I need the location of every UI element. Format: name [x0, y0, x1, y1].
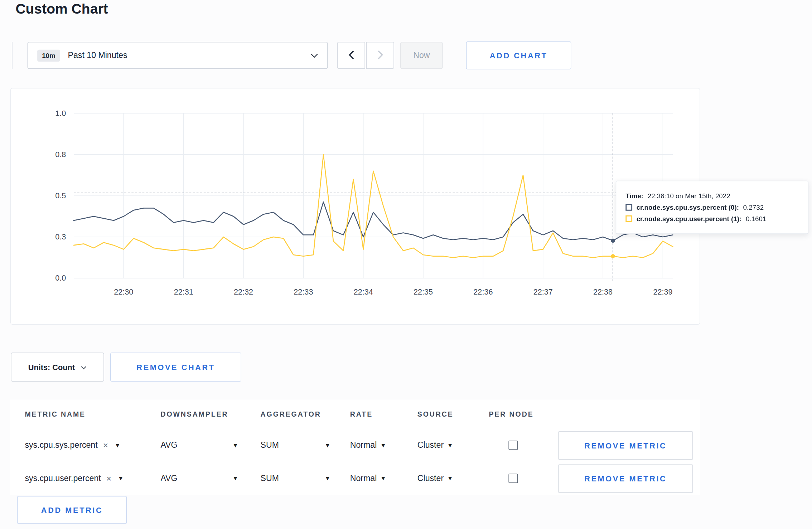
- metric-row: sys.cpu.user.percent ✕ ▼ AVG ▼ SUM ▼ Nor…: [10, 462, 700, 495]
- column-header-rate: RATE: [350, 410, 417, 418]
- svg-text:22:36: 22:36: [473, 287, 493, 296]
- caret-down-icon[interactable]: ▼: [118, 475, 124, 481]
- column-header-aggregator: AGGREGATOR: [261, 410, 350, 418]
- caret-down-icon: ▼: [233, 442, 238, 448]
- rate-select[interactable]: Normal ▼: [350, 474, 386, 483]
- toolbar: 10m Past 10 Minutes Now ADD CHART: [12, 42, 571, 69]
- per-node-checkbox[interactable]: [508, 474, 518, 483]
- remove-chart-button[interactable]: REMOVE CHART: [110, 353, 241, 382]
- source-select[interactable]: Cluster ▼: [417, 441, 453, 450]
- metric-name-select[interactable]: sys.cpu.sys.percent: [25, 441, 97, 450]
- page-title: Custom Chart: [15, 1, 108, 17]
- chart-footer: Units: Count REMOVE CHART: [11, 353, 241, 382]
- units-dropdown[interactable]: Units: Count: [11, 353, 104, 382]
- caret-down-icon: ▼: [447, 475, 453, 481]
- add-metric-button[interactable]: ADD METRIC: [17, 496, 127, 524]
- caret-down-icon: ▼: [380, 442, 386, 448]
- chevron-down-icon: [311, 53, 318, 58]
- caret-down-icon: ▼: [380, 475, 386, 481]
- svg-text:0.5: 0.5: [55, 191, 66, 200]
- user-series-swatch-icon: [625, 215, 632, 222]
- tooltip-series-label: cr.node.sys.cpu.user.percent (1):: [637, 215, 742, 223]
- metric-row: sys.cpu.sys.percent ✕ ▼ AVG ▼ SUM ▼ Norm…: [10, 429, 700, 462]
- chevron-down-icon: [81, 363, 87, 371]
- next-range-button[interactable]: [366, 42, 394, 69]
- svg-text:0.0: 0.0: [55, 273, 66, 282]
- aggregator-select[interactable]: SUM ▼: [261, 474, 330, 483]
- caret-down-icon: ▼: [325, 442, 330, 448]
- time-nav-arrows: [337, 42, 394, 69]
- column-header-downsampler: DOWNSAMPLER: [160, 410, 260, 418]
- svg-text:22:35: 22:35: [414, 287, 433, 296]
- chevron-left-icon: [348, 50, 354, 61]
- time-range-label: Past 10 Minutes: [68, 51, 127, 60]
- metric-name-select[interactable]: sys.cpu.user.percent: [25, 474, 101, 483]
- remove-metric-button[interactable]: REMOVE METRIC: [558, 431, 693, 460]
- toolbar-divider: [12, 42, 12, 69]
- units-label: Units: Count: [28, 363, 75, 372]
- caret-down-icon: ▼: [447, 442, 453, 448]
- svg-text:22:34: 22:34: [354, 287, 373, 296]
- metrics-table-header: METRIC NAME DOWNSAMPLER AGGREGATOR RATE …: [10, 400, 700, 429]
- svg-text:22:38: 22:38: [593, 287, 613, 296]
- column-header-per-node: PER NODE: [489, 410, 558, 418]
- time-range-dropdown[interactable]: 10m Past 10 Minutes: [28, 42, 328, 69]
- tooltip-series-row: cr.node.sys.cpu.user.percent (1): 0.1601: [625, 215, 798, 223]
- chevron-right-icon: [377, 50, 383, 61]
- now-button[interactable]: Now: [400, 42, 443, 69]
- time-range-badge: 10m: [37, 49, 60, 61]
- svg-text:22:33: 22:33: [294, 287, 313, 296]
- metrics-table-rows: sys.cpu.sys.percent ✕ ▼ AVG ▼ SUM ▼ Norm…: [10, 429, 700, 495]
- svg-text:0.8: 0.8: [55, 150, 66, 159]
- metrics-table: METRIC NAME DOWNSAMPLER AGGREGATOR RATE …: [10, 400, 700, 495]
- aggregator-select[interactable]: SUM ▼: [261, 441, 330, 450]
- svg-text:22:39: 22:39: [653, 287, 672, 296]
- tooltip-time-row: Time: 22:38:10 on Mar 15th, 2022: [625, 192, 798, 200]
- line-chart[interactable]: 0.00.30.50.81.022:3022:3122:3222:3322:34…: [11, 88, 700, 324]
- tooltip-time-value: 22:38:10 on Mar 15th, 2022: [648, 192, 730, 200]
- tooltip-series-row: cr.node.sys.cpu.sys.percent (0): 0.2732: [625, 203, 798, 211]
- tooltip-series-value: 0.2732: [743, 203, 764, 211]
- clear-metric-icon[interactable]: ✕: [103, 441, 108, 449]
- svg-text:22:31: 22:31: [174, 287, 193, 296]
- caret-down-icon: ▼: [233, 475, 238, 481]
- caret-down-icon: ▼: [325, 475, 330, 481]
- chart-panel: 0.00.30.50.81.022:3022:3122:3222:3322:34…: [10, 88, 700, 325]
- add-chart-button[interactable]: ADD CHART: [466, 42, 571, 69]
- tooltip-series-label: cr.node.sys.cpu.sys.percent (0):: [637, 203, 739, 211]
- tooltip-time-label: Time:: [625, 192, 643, 200]
- svg-text:22:30: 22:30: [114, 287, 133, 296]
- remove-metric-button[interactable]: REMOVE METRIC: [558, 464, 693, 493]
- clear-metric-icon[interactable]: ✕: [106, 475, 112, 482]
- per-node-checkbox[interactable]: [508, 441, 518, 450]
- sys-series-swatch-icon: [625, 204, 632, 211]
- svg-text:0.3: 0.3: [55, 232, 66, 241]
- downsampler-select[interactable]: AVG ▼: [160, 441, 238, 450]
- rate-select[interactable]: Normal ▼: [350, 441, 386, 450]
- downsampler-select[interactable]: AVG ▼: [160, 474, 238, 483]
- svg-text:1.0: 1.0: [55, 109, 66, 118]
- prev-range-button[interactable]: [337, 42, 365, 69]
- svg-text:22:32: 22:32: [234, 287, 253, 296]
- column-header-source: SOURCE: [417, 410, 489, 418]
- column-header-metric-name: METRIC NAME: [25, 410, 160, 418]
- caret-down-icon[interactable]: ▼: [115, 442, 120, 448]
- svg-text:22:37: 22:37: [533, 287, 553, 296]
- source-select[interactable]: Cluster ▼: [417, 474, 453, 483]
- chart-tooltip: Time: 22:38:10 on Mar 15th, 2022 cr.node…: [616, 181, 808, 234]
- custom-chart-page: Custom Chart 10m Past 10 Minutes Now AD: [0, 0, 812, 529]
- tooltip-series-value: 0.1601: [746, 215, 767, 223]
